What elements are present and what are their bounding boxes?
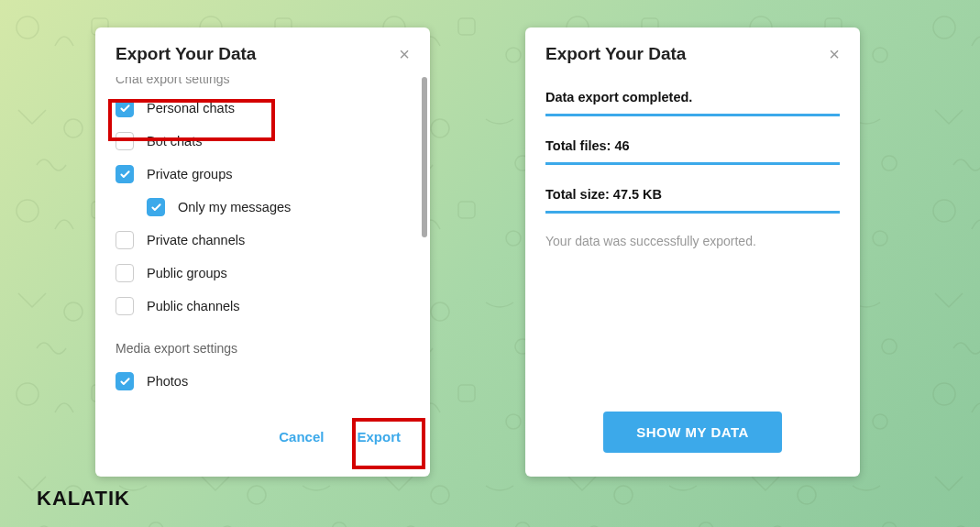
export-button[interactable]: Export — [344, 420, 413, 454]
dialog-footer: Cancel Export — [95, 416, 430, 465]
checkbox-icon — [116, 372, 134, 390]
checkbox-only-my-messages[interactable]: Only my messages — [116, 191, 410, 224]
checkbox-label: Private groups — [147, 167, 233, 181]
success-message: Your data was successfully exported. — [545, 234, 840, 248]
checkbox-label: Public groups — [147, 266, 227, 280]
checkbox-label: Private channels — [147, 233, 245, 247]
dialog-footer: SHOW MY DATA — [525, 412, 860, 453]
checkbox-public-groups[interactable]: Public groups — [116, 257, 410, 290]
export-settings-dialog: Export Your Data × Chat export settings … — [95, 27, 430, 477]
status-export-completed: Data export completed. — [545, 84, 840, 116]
checkbox-icon — [116, 297, 134, 315]
close-icon[interactable]: × — [829, 45, 840, 63]
watermark-logo: KALATIK — [37, 487, 130, 511]
scrollbar[interactable] — [422, 77, 427, 237]
dialog-body: Data export completed. Total files: 46 T… — [525, 77, 860, 248]
dialog-body: Chat export settings Personal chats Bot … — [95, 77, 430, 416]
checkbox-private-channels[interactable]: Private channels — [116, 224, 410, 257]
checkbox-icon — [116, 165, 134, 183]
checkbox-bot-chats[interactable]: Bot chats — [116, 125, 410, 158]
checkbox-icon — [147, 198, 165, 216]
status-total-size: Total size: 47.5 KB — [545, 181, 840, 214]
checkbox-icon — [116, 99, 134, 117]
section-chat-export: Chat export settings — [116, 77, 410, 86]
close-icon[interactable]: × — [399, 45, 410, 63]
section-media-export: Media export settings — [116, 341, 410, 356]
show-my-data-button[interactable]: SHOW MY DATA — [603, 412, 782, 453]
export-complete-dialog: Export Your Data × Data export completed… — [525, 27, 860, 477]
checkbox-label: Photos — [147, 374, 188, 389]
dialog-title: Export Your Data — [116, 44, 256, 64]
checkbox-icon — [116, 264, 134, 282]
dialog-header: Export Your Data × — [95, 27, 430, 77]
checkbox-icon — [116, 132, 134, 150]
checkbox-icon — [116, 231, 134, 249]
checkbox-label: Only my messages — [178, 200, 291, 214]
checkbox-personal-chats[interactable]: Personal chats — [116, 92, 410, 125]
checkbox-label: Bot chats — [147, 134, 202, 148]
checkbox-label: Personal chats — [147, 101, 235, 115]
dialog-title: Export Your Data — [545, 44, 686, 64]
cancel-button[interactable]: Cancel — [266, 420, 336, 454]
checkbox-public-channels[interactable]: Public channels — [116, 290, 410, 323]
checkbox-photos[interactable]: Photos — [116, 365, 410, 398]
checkbox-private-groups[interactable]: Private groups — [116, 158, 410, 191]
dialog-header: Export Your Data × — [525, 27, 860, 77]
checkbox-label: Public channels — [147, 299, 240, 313]
status-total-files: Total files: 46 — [545, 133, 840, 165]
